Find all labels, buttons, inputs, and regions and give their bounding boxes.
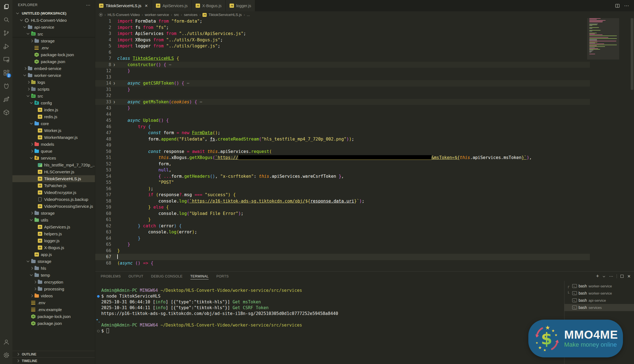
tree-item-package-json[interactable]: JSpackage.json (12, 320, 95, 327)
explorer-more-actions-icon[interactable]: ⋯ (86, 2, 90, 8)
tree-item-index-js[interactable]: JSindex.js (12, 106, 95, 113)
tree-item-worker-js[interactable]: JSWorker.js (12, 127, 95, 134)
split-editor-icon[interactable] (615, 3, 620, 9)
tree-item-videoencryptor-js[interactable]: JSVideoEncryptor.js (12, 189, 95, 196)
tree-item-tiktokservicehls-js[interactable]: JSTiktokServiceHLS.js (12, 175, 95, 182)
panel-tab-debug-console[interactable]: DEBUG CONSOLE (151, 272, 182, 281)
tree-item-models[interactable]: models (12, 141, 95, 148)
tree-item-services[interactable]: ⚙services (12, 155, 95, 161)
tree-item-hlsconverter-js[interactable]: JSHLSConverter.js (12, 168, 95, 175)
close-panel-icon[interactable]: ✕ (627, 274, 631, 279)
tree-item-api-service[interactable]: api-service (12, 24, 95, 31)
fold-collapsed-icon[interactable]: ❯ (111, 99, 117, 105)
tree-item-utils[interactable]: utils (12, 217, 95, 223)
editor-more-actions-icon[interactable]: ⋯ (624, 3, 629, 9)
activity-item-search-icon[interactable] (0, 13, 12, 26)
activity-item-extensions-icon[interactable]: 2 (0, 66, 12, 79)
terminal-output[interactable]: Admin@Admin-PC MINGW64 ~/Desktop/HLS-Con… (95, 281, 564, 364)
breadcrumb-item[interactable]: src (174, 13, 179, 17)
tree-item-storage[interactable]: storage (12, 258, 95, 265)
breadcrumb-item[interactable]: HLS-Convert-Video (108, 13, 140, 17)
tree-item-scripts[interactable]: scripts (12, 86, 95, 93)
more-actions-icon[interactable]: ⋯ (609, 274, 613, 279)
activity-item-gitlab-icon[interactable] (0, 79, 12, 93)
tree-item-package-lock-json[interactable]: JSpackage-lock.json (12, 51, 95, 58)
tree-item-src[interactable]: </>src (12, 31, 95, 37)
chevron-right-icon[interactable] (30, 142, 33, 146)
breadcrumb-item[interactable]: ... (247, 13, 250, 17)
tree-item-core[interactable]: core (12, 120, 95, 127)
timeline-section[interactable]: TIMELINE (12, 357, 95, 364)
panel-tab-problems[interactable]: PROBLEMS (101, 272, 121, 281)
activity-item-run-and-debug-icon[interactable] (0, 40, 12, 53)
tree-item-tspatcher-js[interactable]: JSTsPatcher.js (12, 182, 95, 189)
tree-item-encryption[interactable]: encryption (12, 279, 95, 285)
tree-item-storage[interactable]: storage (12, 37, 95, 44)
chevron-down-icon[interactable] (30, 273, 33, 277)
activity-item-settings-icon[interactable] (0, 349, 12, 362)
tree-item-hls-testfile-mp4-7-720p[interactable]: hls_testfile_mp4_7_720p_... (12, 161, 95, 168)
terminal-instance-worker-service[interactable]: └>_bashworker-service (564, 290, 634, 297)
tree-item-env-example[interactable]: .env.example (12, 306, 95, 313)
activity-item-ai-assistant-icon[interactable] (0, 93, 12, 106)
tree-item-hls-convert-video[interactable]: HLS-Convert-Video (12, 17, 95, 24)
activity-item-accounts-icon[interactable] (0, 335, 12, 349)
minimap-slider[interactable] (587, 18, 619, 60)
chevron-right-icon[interactable] (26, 87, 30, 91)
tree-item-helpers-js[interactable]: JShelpers.js (12, 230, 95, 237)
tree-item-env[interactable]: .env (12, 44, 95, 51)
launch-profile-icon[interactable] (603, 275, 605, 278)
tree-item-config[interactable]: ⚙config (12, 99, 95, 106)
chevron-down-icon[interactable] (26, 32, 30, 36)
chevron-down-icon[interactable] (20, 18, 23, 22)
new-terminal-icon[interactable]: + (596, 273, 599, 279)
tree-item-videoprocessingservice-js[interactable]: JSVideoProcessingService.js (12, 203, 95, 210)
chevron-right-icon[interactable] (30, 149, 33, 153)
tree-item-videoprocess-js-backup[interactable]: VideoProcess.js.backup (12, 196, 95, 203)
chevron-right-icon[interactable] (30, 294, 33, 298)
tree-item-env[interactable]: .env (12, 299, 95, 306)
tab-apiservices-js[interactable]: JSApiServices.js (152, 0, 192, 11)
chevron-down-icon[interactable] (30, 101, 33, 105)
tree-item-logs[interactable]: logs (12, 79, 95, 86)
chevron-right-icon[interactable] (26, 80, 30, 84)
chevron-down-icon[interactable] (30, 218, 33, 222)
tree-item-videos[interactable]: videos (12, 292, 95, 299)
panel-tab-ports[interactable]: PORTS (216, 272, 229, 281)
tree-item-logger-js[interactable]: JSlogger.js (12, 237, 95, 244)
tab-logger-js[interactable]: JSlogger.js (226, 0, 255, 11)
tree-item-queue[interactable]: queue (12, 148, 95, 155)
tree-item-worker-service[interactable]: worker-service (12, 72, 95, 79)
chevron-down-icon[interactable] (26, 94, 30, 98)
tab-x-bogus-js[interactable]: JSX-Bogus.js (192, 0, 226, 11)
chevron-right-icon[interactable] (30, 39, 33, 43)
workspace-root-item[interactable]: UNTITLED (WORKSPACE) (12, 10, 95, 17)
chevron-down-icon[interactable] (30, 156, 33, 160)
activity-item-source-control-icon[interactable] (0, 26, 12, 40)
breadcrumb-item[interactable]: services (184, 13, 198, 17)
tree-item-package-lock-json[interactable]: JSpackage-lock.json (12, 313, 95, 320)
tree-item-embed-service[interactable]: embed-service (12, 65, 95, 72)
tree-item-processing[interactable]: processing (12, 285, 95, 292)
terminal-instance-worker-service[interactable]: ┌>_bashworker-service (564, 282, 634, 290)
chevron-right-icon[interactable] (30, 266, 33, 270)
panel-tab-terminal[interactable]: TERMINAL (190, 272, 209, 281)
chevron-down-icon[interactable] (26, 260, 30, 263)
outline-section[interactable]: OUTLINE (12, 351, 95, 357)
chevron-right-icon[interactable] (23, 67, 27, 71)
chevron-right-icon[interactable] (30, 211, 33, 215)
tree-item-package-json[interactable]: JSpackage.json (12, 58, 95, 65)
maximize-panel-icon[interactable] (620, 275, 624, 278)
tree-item-hls[interactable]: hls (12, 265, 95, 272)
tree-item-apiservices-js[interactable]: JSApiServices.js (12, 223, 95, 230)
chevron-down-icon[interactable] (23, 74, 27, 77)
close-tab-icon[interactable]: ✕ (145, 4, 148, 8)
chevron-down-icon[interactable] (23, 25, 27, 29)
tree-item-workermanager-js[interactable]: JSWorkerManager.js (12, 134, 95, 141)
activity-item-explorer-icon[interactable] (0, 0, 12, 13)
tree-item-temp[interactable]: ◔temp (12, 272, 95, 279)
activity-item-containers-icon[interactable] (0, 106, 12, 119)
chevron-down-icon[interactable] (30, 122, 33, 126)
breadcrumb-item[interactable]: TiktokServiceHLS.js (209, 13, 242, 17)
chevron-right-icon[interactable] (33, 287, 37, 291)
